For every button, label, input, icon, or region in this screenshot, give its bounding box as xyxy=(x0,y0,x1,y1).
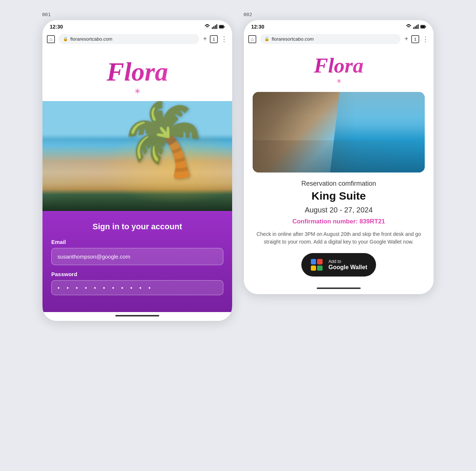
svg-rect-12 xyxy=(425,26,426,27)
wallet-square-blue xyxy=(311,259,316,264)
signal-icon-1 xyxy=(212,24,217,30)
wallet-google-wallet-text: Google Wallet xyxy=(328,264,367,270)
flora-star-2: ✳ xyxy=(336,78,341,85)
home-indicator-1 xyxy=(42,312,232,321)
browser-chrome-2: 🔒 floraresortcabo.com + 1 ⋮ xyxy=(244,32,434,48)
add-to-google-wallet-button[interactable]: Add to Google Wallet xyxy=(301,253,376,277)
status-bar-2: 12:30 xyxy=(244,20,434,32)
email-input[interactable] xyxy=(51,248,223,265)
phone2: 12:30 🔒 floraresortcabo.com + 1 ⋮ xyxy=(243,20,434,294)
reservation-confirmation-label: Reservation comfirmation xyxy=(253,180,425,188)
tab-count-2[interactable]: 1 xyxy=(411,35,419,43)
wallet-button-text: Add to Google Wallet xyxy=(328,259,367,270)
url-text-1: floraresortcabo.com xyxy=(70,36,112,42)
browser-actions-2: + 1 ⋮ xyxy=(404,35,429,43)
signin-section: Sign in to your account Email Password xyxy=(42,211,232,312)
password-input[interactable] xyxy=(51,280,223,295)
wallet-square-yellow xyxy=(311,266,316,271)
google-wallet-squares xyxy=(311,259,323,271)
new-tab-button-1[interactable]: + xyxy=(203,35,207,43)
wifi-icon-2 xyxy=(406,24,412,30)
status-icons-2 xyxy=(406,24,426,30)
home-icon-1[interactable] xyxy=(47,35,55,43)
beach-hero-image: 🌴 xyxy=(42,101,232,211)
password-label: Password xyxy=(51,271,223,277)
svg-rect-6 xyxy=(220,26,223,28)
svg-rect-3 xyxy=(216,24,217,29)
wallet-square-green xyxy=(317,266,323,271)
status-time-2: 12:30 xyxy=(251,24,264,30)
page-content-2: Flora ✳ Reservation comfirmation King Su… xyxy=(244,48,434,284)
email-label: Email xyxy=(51,239,223,245)
browser-actions-1: + 1 ⋮ xyxy=(203,35,228,43)
svg-rect-1 xyxy=(213,26,215,29)
new-tab-button-2[interactable]: + xyxy=(404,35,408,43)
status-bar-1: 12:30 xyxy=(42,20,232,32)
page-content-1: Flora ✳ 🌴 Sign in to your account Email … xyxy=(42,48,232,312)
svg-rect-9 xyxy=(416,25,417,29)
svg-rect-5 xyxy=(224,26,224,27)
google-wallet-icon xyxy=(310,258,323,271)
url-text-2: floraresortcabo.com xyxy=(272,36,314,42)
home-indicator-2 xyxy=(244,284,434,294)
svg-rect-8 xyxy=(415,26,416,29)
signin-title: Sign in to your account xyxy=(51,222,223,231)
room-floor xyxy=(253,140,425,173)
confirmation-number: Confirmation number: 839RT21 xyxy=(253,218,425,225)
flora-logo-2: Flora xyxy=(314,55,363,76)
room-type: King Suite xyxy=(253,190,425,202)
signal-icon-2 xyxy=(413,24,419,30)
battery-icon-2 xyxy=(420,24,426,30)
reservation-dates: August 20 - 27, 2024 xyxy=(253,206,425,214)
browser-chrome-1: 🔒 floraresortcabo.com + 1 ⋮ xyxy=(42,32,232,48)
svg-rect-10 xyxy=(418,24,419,29)
lock-icon-2: 🔒 xyxy=(264,37,269,41)
home-icon-2[interactable] xyxy=(248,35,256,43)
logo-section-1: Flora ✳ xyxy=(42,48,232,101)
wifi-icon-1 xyxy=(204,24,210,30)
status-icons-1 xyxy=(204,24,225,30)
battery-icon-1 xyxy=(219,24,225,30)
room-hero-image xyxy=(253,92,425,173)
flora-star-1: ✳ xyxy=(134,87,141,96)
checkin-description: Check in online after 3PM on August 20th… xyxy=(253,230,425,246)
address-bar-2[interactable]: 🔒 floraresortcabo.com xyxy=(260,34,401,44)
address-bar-1[interactable]: 🔒 floraresortcabo.com xyxy=(59,34,199,44)
wallet-add-to-text: Add to xyxy=(328,259,367,264)
tab-count-1[interactable]: 1 xyxy=(210,35,218,43)
svg-rect-2 xyxy=(215,25,216,29)
status-time-1: 12:30 xyxy=(50,24,63,30)
svg-rect-7 xyxy=(413,27,414,29)
browser-menu-2[interactable]: ⋮ xyxy=(422,35,429,43)
lock-icon-1: 🔒 xyxy=(63,37,68,41)
svg-rect-0 xyxy=(212,27,213,29)
flora-logo-1: Flora xyxy=(107,59,168,85)
home-indicator-bar-1 xyxy=(115,315,159,316)
phone1: 12:30 🔒 floraresortcabo.com xyxy=(42,20,233,321)
svg-rect-13 xyxy=(421,26,425,28)
logo-section-2: Flora ✳ xyxy=(253,55,425,85)
browser-menu-1[interactable]: ⋮ xyxy=(221,35,228,43)
wallet-square-red xyxy=(317,259,323,264)
palm-tree-decoration: 🌴 xyxy=(112,101,217,191)
home-indicator-bar-2 xyxy=(317,288,361,289)
screen2-label: 002 xyxy=(243,12,252,17)
screen1-label: 001 xyxy=(42,12,51,17)
